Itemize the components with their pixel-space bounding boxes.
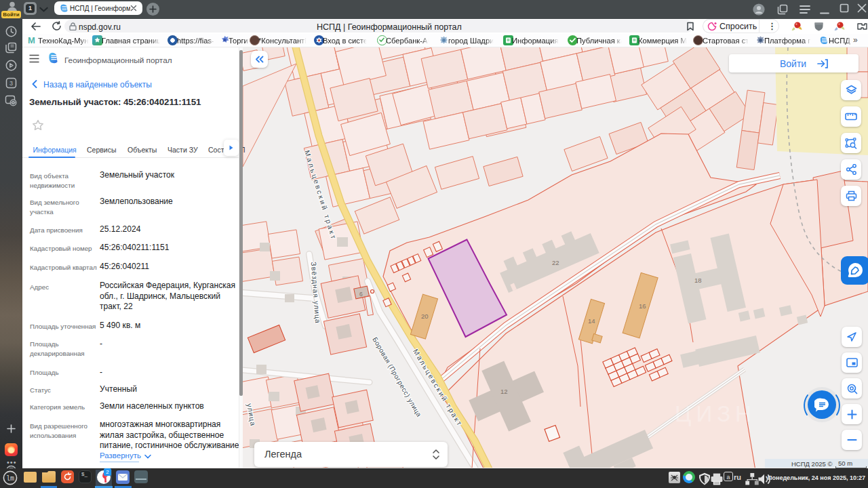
svg-text:ЦИЗН: ЦИЗН	[675, 401, 756, 426]
svg-text:16: 16	[639, 302, 646, 310]
svg-text:3: 3	[9, 80, 13, 87]
svg-text:18: 18	[694, 277, 702, 284]
svg-text:14: 14	[588, 317, 595, 325]
svg-text:20: 20	[421, 312, 429, 320]
svg-text:22: 22	[552, 259, 559, 266]
svg-text:6: 6	[359, 291, 363, 298]
svg-text:12: 12	[500, 388, 508, 395]
svg-text:lm: lm	[6, 475, 14, 483]
